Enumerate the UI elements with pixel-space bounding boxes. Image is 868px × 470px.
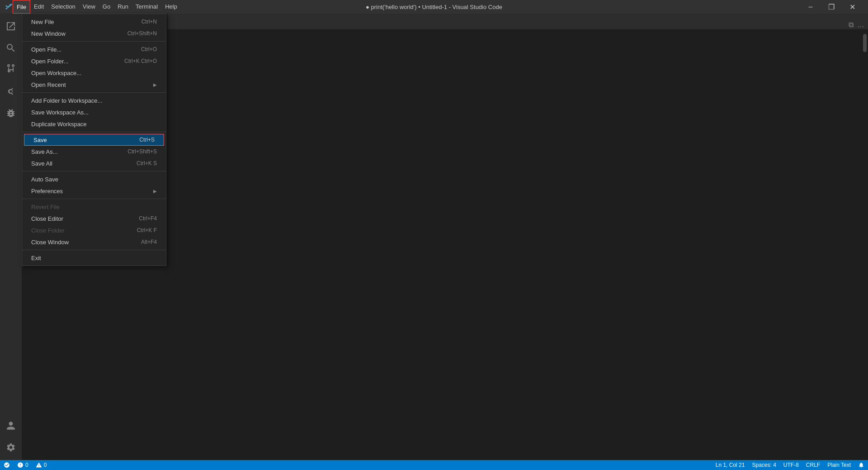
menu-save-all[interactable]: Save All Ctrl+K S: [22, 157, 166, 169]
menu-item-go[interactable]: Go: [99, 0, 114, 14]
scroll-thumb: [863, 34, 867, 52]
menu-close-folder[interactable]: Close Folder Ctrl+K F: [22, 224, 166, 236]
activity-account-icon[interactable]: [0, 415, 22, 437]
menu-open-recent[interactable]: Open Recent: [22, 79, 166, 90]
menu-item-selection[interactable]: Selection: [47, 0, 79, 14]
menu-section-close: Revert File Close Editor Ctrl+F4 Close F…: [22, 199, 166, 250]
status-encoding[interactable]: UTF-8: [780, 460, 802, 470]
menu-item-edit[interactable]: Edit: [30, 0, 47, 14]
status-bar-right: Ln 1, Col 21 Spaces: 4 UTF-8 CRLF Plain …: [712, 460, 868, 470]
menu-new-file[interactable]: New File Ctrl+N: [22, 16, 166, 28]
vscode-logo-icon: [5, 3, 13, 10]
minimize-button[interactable]: –: [800, 0, 821, 14]
activity-explorer-icon[interactable]: [0, 15, 22, 37]
window-title: ● print('hello world') • Untitled-1 - Vi…: [366, 4, 502, 10]
menu-open-workspace[interactable]: Open Workspace...: [22, 67, 166, 79]
split-editor-icon[interactable]: ⧉: [849, 21, 854, 29]
menu-bar: File Edit Selection View Go Run Terminal…: [13, 0, 181, 14]
close-button[interactable]: ✕: [842, 0, 863, 14]
titlebar-left: File Edit Selection View Go Run Terminal…: [5, 0, 181, 14]
menu-section-save: Save Ctrl+S Save As... Ctrl+Shift+S Save…: [22, 132, 166, 171]
activity-bar: [0, 14, 22, 460]
menu-new-window[interactable]: New Window Ctrl+Shift+N: [22, 28, 166, 39]
menu-open-folder[interactable]: Open Folder... Ctrl+K Ctrl+O: [22, 55, 166, 67]
status-warnings[interactable]: 0: [32, 460, 51, 470]
menu-item-run[interactable]: Run: [114, 0, 132, 14]
menu-section-autosave: Auto Save Preferences: [22, 171, 166, 199]
status-language[interactable]: Plain Text: [824, 460, 854, 470]
maximize-button[interactable]: ❐: [821, 0, 842, 14]
status-line-ending[interactable]: CRLF: [802, 460, 824, 470]
activity-search-icon[interactable]: [0, 37, 22, 59]
menu-exit[interactable]: Exit: [22, 252, 166, 264]
menu-preferences[interactable]: Preferences: [22, 185, 166, 197]
menu-save[interactable]: Save Ctrl+S: [24, 134, 164, 146]
menu-revert-file[interactable]: Revert File: [22, 201, 166, 213]
editor-scrollbar[interactable]: [862, 33, 868, 456]
menu-save-workspace-as[interactable]: Save Workspace As...: [22, 106, 166, 118]
menu-section-open: Open File... Ctrl+O Open Folder... Ctrl+…: [22, 42, 166, 93]
status-errors[interactable]: 0: [14, 460, 32, 470]
activity-extensions-icon[interactable]: [0, 102, 22, 124]
activity-settings-icon[interactable]: [0, 437, 22, 458]
activity-run-debug-icon[interactable]: [0, 81, 22, 102]
menu-close-window[interactable]: Close Window Alt+F4: [22, 236, 166, 248]
menu-section-new: New File Ctrl+N New Window Ctrl+Shift+N: [22, 14, 166, 42]
titlebar-controls: – ❐ ✕: [800, 0, 863, 14]
activity-bar-bottom: [0, 415, 22, 460]
menu-duplicate-workspace[interactable]: Duplicate Workspace: [22, 118, 166, 130]
more-actions-icon[interactable]: …: [857, 21, 864, 29]
status-notifications-icon[interactable]: [854, 460, 868, 470]
status-bar-left: 0 0: [0, 460, 50, 470]
menu-close-editor[interactable]: Close Editor Ctrl+F4: [22, 213, 166, 224]
status-remote-icon[interactable]: [0, 460, 14, 470]
menu-item-view[interactable]: View: [79, 0, 99, 14]
menu-item-terminal[interactable]: Terminal: [132, 0, 161, 14]
status-spaces[interactable]: Spaces: 4: [748, 460, 779, 470]
status-ln-col[interactable]: Ln 1, Col 21: [712, 460, 749, 470]
title-bar: File Edit Selection View Go Run Terminal…: [0, 0, 868, 14]
status-bar: 0 0 Ln 1, Col 21 Spaces: 4 UTF-8 CRLF Pl…: [0, 460, 868, 470]
menu-add-folder[interactable]: Add Folder to Workspace...: [22, 95, 166, 106]
activity-source-control-icon[interactable]: [0, 59, 22, 81]
menu-item-file[interactable]: File: [13, 0, 30, 14]
file-dropdown-menu: New File Ctrl+N New Window Ctrl+Shift+N …: [22, 14, 166, 266]
tab-bar-actions: ⧉ …: [849, 21, 868, 29]
menu-open-file[interactable]: Open File... Ctrl+O: [22, 43, 166, 55]
menu-auto-save[interactable]: Auto Save: [22, 173, 166, 185]
menu-save-as[interactable]: Save As... Ctrl+Shift+S: [22, 146, 166, 157]
menu-item-help[interactable]: Help: [161, 0, 181, 14]
menu-section-exit: Exit: [22, 250, 166, 266]
menu-section-workspace: Add Folder to Workspace... Save Workspac…: [22, 93, 166, 132]
code-editor[interactable]: print('hello world'): [44, 33, 862, 456]
code-line-1: print('hello world'): [44, 34, 862, 44]
